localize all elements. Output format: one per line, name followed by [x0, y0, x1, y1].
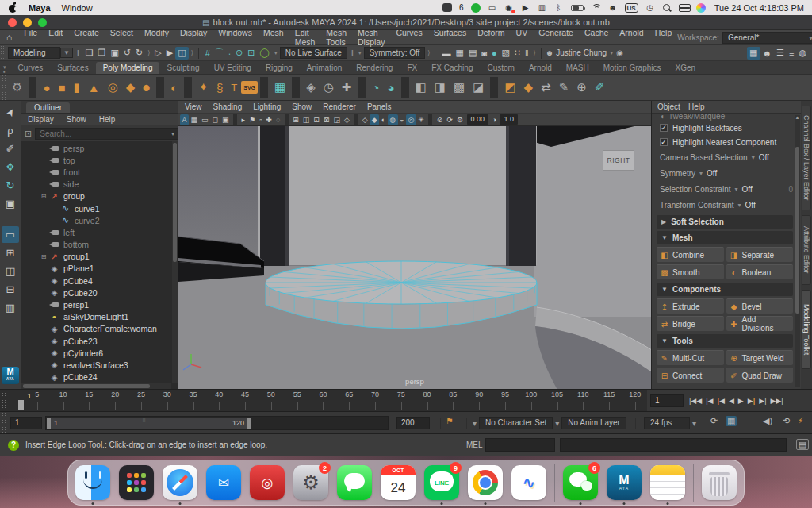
- poly-cube-icon[interactable]: ■: [55, 77, 70, 98]
- dock-item-finder[interactable]: [75, 465, 111, 500]
- photo-booth-app-icon[interactable]: ◎: [250, 465, 285, 500]
- three-pane-layout-button[interactable]: ⊟: [2, 281, 19, 298]
- menu-file[interactable]: File: [18, 28, 43, 47]
- boolean-shelf-icon[interactable]: ◪: [469, 77, 488, 98]
- isolate-select-icon[interactable]: ◇: [342, 114, 351, 125]
- search-dropdown-arrow[interactable]: ▾: [171, 130, 174, 137]
- shelf-tab-rendering[interactable]: Rendering: [349, 62, 400, 74]
- step-back-frame-button[interactable]: |◀: [704, 397, 714, 405]
- menu-object[interactable]: Object: [657, 102, 688, 111]
- home-icon[interactable]: ⌂: [6, 32, 12, 43]
- playback-range[interactable]: 1 ⠿ 120: [47, 418, 251, 429]
- bevel-button[interactable]: ◆Bevel: [726, 298, 794, 314]
- menu-mesh-display[interactable]: Mesh Display: [352, 28, 390, 47]
- section-header-mesh[interactable]: ▼Mesh: [657, 231, 793, 244]
- select-tool[interactable]: ➤: [0, 101, 22, 125]
- select-camera-icon[interactable]: A: [180, 114, 189, 125]
- go-to-start-button[interactable]: |◀◀: [688, 397, 703, 405]
- range-grip[interactable]: [2, 412, 6, 433]
- snap-curve-icon[interactable]: ⌒: [213, 47, 226, 60]
- menu-renderer[interactable]: Renderer: [321, 102, 362, 111]
- step-forward-frame-button[interactable]: ▶|: [757, 397, 768, 405]
- bridge-shelf-icon[interactable]: ⇄: [537, 77, 555, 98]
- outliner-item-front[interactable]: front: [21, 166, 178, 178]
- menu-surfaces[interactable]: Surfaces: [428, 28, 472, 47]
- sidebar-tab-modeling-toolkit[interactable]: Modeling Toolkit: [802, 290, 811, 369]
- collapse-arrow[interactable]: ⟩: [427, 49, 431, 56]
- control-center-status-icon[interactable]: [679, 4, 689, 12]
- toolkit-scrollbar[interactable]: [795, 115, 800, 387]
- menu-mesh[interactable]: Mesh: [258, 28, 289, 47]
- menu-deform[interactable]: Deform: [472, 28, 510, 47]
- play-backwards-button[interactable]: ◀: [727, 397, 736, 405]
- channel-box-toggle-icon[interactable]: ☰: [774, 47, 787, 60]
- shelf-tab-motion-graphics[interactable]: Motion Graphics: [596, 62, 668, 74]
- shelf-menu-icon[interactable]: ▾▪: [3, 66, 6, 74]
- bookmark-icon[interactable]: ⚑: [247, 114, 258, 125]
- poly-disc-icon[interactable]: ⬤: [139, 77, 154, 98]
- extrude-button[interactable]: ↥Extrude: [657, 298, 724, 314]
- expanded-section-icon[interactable]: ▼: [661, 234, 668, 241]
- collapse-arrow[interactable]: ⟩: [190, 49, 194, 56]
- dock-item-messages[interactable]: [336, 465, 373, 500]
- menu-help[interactable]: Help: [93, 115, 122, 124]
- outliner-horizontal-scrollbar[interactable]: [21, 383, 171, 389]
- timeline-grip[interactable]: [2, 390, 6, 411]
- collapse-arrow[interactable]: ⟩: [147, 49, 151, 56]
- safari-app-icon[interactable]: [163, 465, 197, 500]
- poly-cylinder-icon[interactable]: ▮: [70, 77, 84, 98]
- step-forward-key-button[interactable]: ▶|: [746, 397, 756, 405]
- fps-dropdown-arrow[interactable]: ▾: [692, 419, 696, 428]
- circle-curve-icon[interactable]: ◔: [368, 77, 383, 98]
- platonic-solid-icon[interactable]: ◐: [167, 77, 182, 98]
- section-header-components[interactable]: ▼Components: [657, 283, 793, 296]
- dropdown-selection-constraint[interactable]: Selection Constraint▾Off0: [657, 181, 793, 197]
- menu-mesh-tools[interactable]: Mesh Tools: [320, 28, 352, 47]
- select-component-icon[interactable]: ◫: [175, 47, 188, 60]
- range-bar[interactable]: 1 ⠿ 120: [45, 416, 389, 430]
- exposure-toggle-icon[interactable]: ⟳: [445, 114, 455, 125]
- smooth-button[interactable]: ▩Smooth: [657, 264, 724, 279]
- dock-item-notes[interactable]: [649, 465, 686, 500]
- battery-status-icon[interactable]: [571, 5, 584, 11]
- outliner-item-curve2[interactable]: ∿curve2: [21, 214, 178, 226]
- separate-button[interactable]: ◨Separate: [726, 247, 794, 262]
- menu-panels[interactable]: Panels: [366, 102, 398, 111]
- shelf-gear-icon[interactable]: ⚙: [8, 77, 26, 98]
- frame-selection-icon[interactable]: ◲: [331, 114, 343, 125]
- expanded-section-icon[interactable]: ▼: [661, 337, 668, 344]
- chrome-app-icon[interactable]: [468, 465, 503, 500]
- 2d-pan-zoom-icon[interactable]: ✚: [264, 114, 274, 125]
- render-settings-icon[interactable]: ▤: [466, 47, 479, 60]
- resolution-gate-icon[interactable]: ◻: [210, 114, 220, 125]
- menu-show[interactable]: Show: [290, 102, 318, 111]
- smooth-shelf-icon[interactable]: ▩: [450, 77, 469, 98]
- combine-button[interactable]: ◧Combine: [657, 247, 724, 262]
- outliner-item-curve1[interactable]: ∿curve1: [21, 202, 178, 214]
- anim-layer-arrow[interactable]: ▾: [555, 419, 559, 428]
- outliner-item-persp1[interactable]: persp1: [21, 298, 178, 310]
- type-tool-icon[interactable]: T: [227, 77, 241, 98]
- checkbox-checked-icon[interactable]: ✓: [660, 124, 668, 132]
- gate-mask-icon[interactable]: ▣: [220, 114, 232, 125]
- user-account-chip[interactable]: ☻ Justine Chung ▾ ◉: [546, 48, 623, 57]
- screen-record-status-icon[interactable]: ◉: [504, 2, 514, 13]
- add-divisions-button[interactable]: ✚Add Divisions: [726, 316, 794, 331]
- launchpad-app-icon[interactable]: [119, 465, 154, 500]
- outliner-item-pcube23[interactable]: ◈pCube23: [21, 335, 178, 347]
- two-pane-layout-button[interactable]: ◫: [2, 263, 19, 279]
- messages-app-icon[interactable]: [337, 465, 372, 500]
- menu-generate[interactable]: Generate: [533, 28, 579, 47]
- four-pane-layout-button[interactable]: ⊞: [2, 244, 19, 261]
- menu-curves[interactable]: Curves: [390, 28, 427, 47]
- poly-sphere-icon[interactable]: ●: [39, 77, 54, 98]
- outliner-item-left[interactable]: left: [21, 226, 178, 238]
- dock-item-wechat[interactable]: 6: [562, 465, 599, 500]
- menu-select[interactable]: Select: [105, 28, 139, 47]
- shelf-tab-custom[interactable]: Custom: [480, 62, 521, 74]
- target-weld-shelf-icon[interactable]: ⊕: [573, 77, 591, 98]
- shaded-icon[interactable]: ◆: [370, 114, 379, 125]
- attribute-editor-toggle-icon[interactable]: ≡: [787, 47, 796, 60]
- snap-point-icon[interactable]: ∙: [226, 47, 233, 60]
- outliner-vertical-scrollbar[interactable]: [172, 141, 178, 383]
